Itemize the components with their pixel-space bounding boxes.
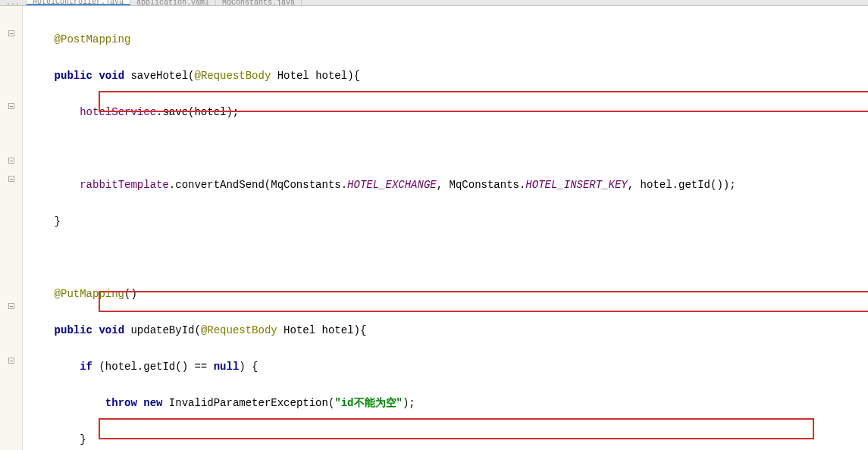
gutter (0, 6, 23, 450)
brace: } (80, 433, 86, 445)
code-text: , hotel.getId()); (628, 179, 736, 191)
tab-3[interactable]: MqConstants.java (216, 0, 302, 5)
fold-icon[interactable] (0, 97, 22, 115)
keyword-throw: throw (105, 397, 137, 409)
method-call: .convertAndSend(MqConstants. (169, 179, 347, 191)
code-text: InvalidParameterException( (162, 397, 334, 409)
constant: HOTEL_INSERT_KEY (525, 179, 627, 191)
fold-icon[interactable] (0, 152, 22, 170)
fold-icon[interactable] (0, 297, 22, 315)
fold-icon[interactable] (0, 170, 22, 188)
keyword-null: null (214, 361, 240, 373)
keyword-if: if (80, 361, 92, 373)
tab-2[interactable]: application.yaml (130, 0, 216, 5)
field-ref: hotelService (80, 106, 156, 118)
param-type: Hotel (277, 70, 309, 82)
fold-icon[interactable] (0, 352, 22, 370)
annotation-post: @PostMapping (55, 33, 131, 45)
code-text: ); (403, 397, 415, 409)
annotation-requestbody: @RequestBody (201, 324, 277, 336)
code-text: (hotel.getId() == (92, 361, 214, 373)
param-name: hotel (322, 324, 354, 336)
code-text: , MqConstants. (437, 179, 526, 191)
code-text: ) { (239, 361, 258, 373)
keyword-new: new (143, 397, 162, 409)
annotation-requestbody: @RequestBody (194, 70, 271, 82)
method-name: saveHotel (130, 70, 188, 82)
param-type: Hotel (284, 324, 315, 336)
annotation-put: @PutMapping (55, 288, 124, 300)
string-literal: "id不能为空" (334, 397, 403, 409)
method-call: .save(hotel); (156, 106, 239, 118)
editor-area: @PostMapping public void saveHotel(@Requ… (0, 6, 868, 450)
keyword-public: public (55, 324, 92, 336)
code-text: () (124, 288, 137, 300)
keyword-void: void (99, 70, 124, 82)
code-content[interactable]: @PostMapping public void saveHotel(@Requ… (23, 6, 868, 450)
fold-icon[interactable] (0, 24, 22, 42)
tab-0[interactable]: ... (0, 0, 27, 5)
constant: HOTEL_EXCHANGE (347, 179, 437, 191)
keyword-void: void (99, 324, 124, 336)
keyword-public: public (55, 70, 92, 82)
method-name: updateById (130, 324, 194, 336)
field-ref: rabbitTemplate (80, 179, 169, 191)
tab-1[interactable]: HotelController.java (27, 0, 130, 5)
editor-tabs: ... HotelController.java application.yam… (0, 0, 868, 6)
param-name: hotel (315, 70, 347, 82)
